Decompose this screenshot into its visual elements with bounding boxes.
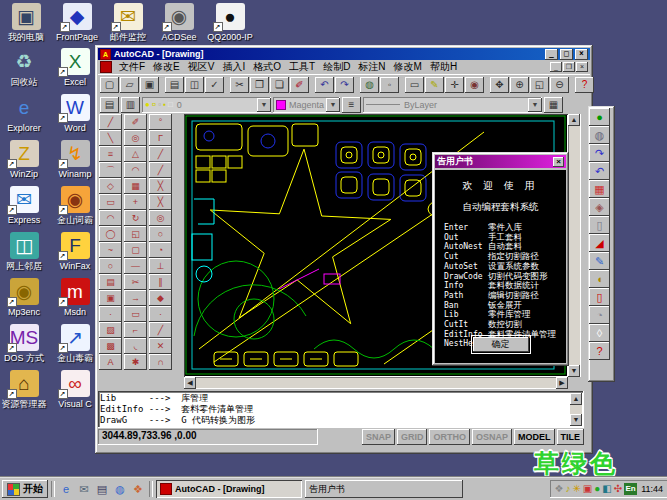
snap-from[interactable]: Γ [149,130,172,146]
maximize-button[interactable]: □ [560,49,573,60]
apparent-intersection[interactable]: ╳ [149,194,172,210]
acdsee[interactable]: ◉↗ ACDSee [155,3,203,42]
explorer-manager[interactable]: ⌂↗ 资源管理器 [0,370,48,409]
close-button[interactable]: × [575,49,588,60]
ellipse[interactable]: ○ [99,258,122,274]
show-desktop[interactable]: ▤ [94,481,110,497]
match-properties[interactable]: ✐ [290,77,309,93]
polyline[interactable]: ⌒ [99,162,122,178]
scale[interactable]: ◱ [124,226,147,242]
endpoint[interactable]: ╱ [149,146,172,162]
tool-dipper[interactable]: ◖ [589,270,610,288]
tool-help[interactable]: ? [589,342,610,360]
scanner[interactable]: ❖ [554,484,563,494]
none[interactable]: ✕ [149,338,172,354]
winfax[interactable]: F↗ WinFax [51,232,99,271]
tool-eraser[interactable]: ◢ [589,234,610,252]
parallel[interactable]: ∥ [149,274,172,290]
line[interactable]: ╱ [99,114,122,130]
layer-combo-arrow[interactable]: ▼ [257,98,271,112]
model[interactable]: MODEL [514,429,555,445]
tool-droplet[interactable]: ◊ [589,324,610,342]
internet-explorer[interactable]: e↗ Explorer [0,94,48,133]
offset[interactable]: ◠ [124,162,147,178]
lengthen[interactable]: — [124,258,147,274]
media[interactable]: ❖ [130,481,146,497]
node[interactable]: · [149,306,172,322]
insertion[interactable]: ◆ [149,290,172,306]
pen[interactable]: ✎ [425,77,444,93]
tracking[interactable]: ◦ [380,77,399,93]
title-bar[interactable]: A AutoCAD - [Drawing] _ □ × [98,48,590,60]
tool-door[interactable]: ▯ [589,216,610,234]
menu-item[interactable]: 工具T [285,60,319,74]
ortho[interactable]: ORTHO [429,429,470,445]
winamp[interactable]: ↯↗ Winamp [51,140,99,179]
ok-button[interactable]: 确定 [473,337,529,352]
break[interactable]: ▭ [124,306,147,322]
pinwheel[interactable]: ✣ [614,484,622,494]
center[interactable]: ◎ [149,210,172,226]
multiline[interactable]: ≡ [99,146,122,162]
undo[interactable]: ↶ [315,77,334,93]
move[interactable]: ✛ [445,77,464,93]
zoom-window[interactable]: ◱ [530,77,549,93]
command-scrollbar[interactable]: ▲ ▼ [570,393,582,426]
minimize-button[interactable]: _ [545,49,558,60]
tool-undo[interactable]: ↶ [589,162,610,180]
cut[interactable]: ✂ [230,77,249,93]
mdi-close-button[interactable]: × [576,62,588,72]
scheduler[interactable]: ◧ [602,484,611,494]
tool-spline-pen[interactable]: ✎ [589,252,610,270]
menu-item[interactable]: 标注N [354,60,389,74]
excel[interactable]: X↗ Excel [51,48,99,87]
net-green[interactable]: ● [594,484,600,494]
task-button-dialog[interactable]: 告用户书 [305,480,463,498]
spline[interactable]: ~ [99,242,122,258]
volume[interactable]: ♪ [565,484,570,494]
help[interactable]: ? [575,77,594,93]
scroll-up-icon[interactable]: ▲ [570,393,582,405]
open[interactable]: ▱ [120,77,139,93]
extend[interactable]: → [124,290,147,306]
circle[interactable]: ◯ [99,226,122,242]
copy-object[interactable]: ◎ [124,130,147,146]
snap[interactable]: SNAP [362,429,395,445]
qq2000-ip[interactable]: ●↗ QQ2000-IP [206,3,254,42]
make-block[interactable]: ▣ [99,290,122,306]
dialog-title-bar[interactable]: 告用户书 × [435,155,566,168]
menu-item[interactable]: 帮助H [426,60,461,74]
quadrant[interactable]: ○ [149,226,172,242]
zoom-previous[interactable]: ⊖ [550,77,569,93]
region[interactable]: ▩ [99,338,122,354]
scroll-down-icon[interactable]: ▼ [568,365,580,377]
tangent[interactable]: ◔ [149,242,172,258]
array[interactable]: ▦ [124,178,147,194]
word[interactable]: W↗ Word [51,94,99,133]
task-button-autocad[interactable]: AutoCAD - [Drawing] [156,480,302,498]
recycle-bin[interactable]: ♻↗ 回收站 [0,48,48,87]
layer-control-button[interactable]: ▥ [121,97,140,113]
channels[interactable]: ◍ [112,481,128,497]
menu-item[interactable]: 插入I [218,60,249,74]
new[interactable]: ▢ [100,77,119,93]
trim[interactable]: ✂ [124,274,147,290]
perpendicular[interactable]: ⊥ [149,258,172,274]
arc[interactable]: ◠ [99,210,122,226]
donut[interactable]: ◉ [465,77,484,93]
grid[interactable]: GRID [397,429,428,445]
distance[interactable]: ▭ [405,77,424,93]
layer-combo[interactable]: ●¤▫▪□ 0 ▼ [142,97,271,113]
linetype-combo-arrow[interactable]: ▼ [528,98,542,112]
color-combo-arrow[interactable]: ▼ [326,98,340,112]
tool-palette[interactable]: ▦ [589,180,610,198]
print[interactable]: ▤ [165,77,184,93]
antivirus-flower[interactable]: ✳ [572,484,580,494]
midpoint[interactable]: ╱ [149,162,172,178]
my-computer[interactable]: ▣↗ 我的电脑 [2,3,50,42]
spelling[interactable]: ✓ [205,77,224,93]
command-line-area[interactable]: Lib ---> 库管理EditInfo ---> 套料零件清单管理DrawG … [98,391,584,428]
canvas-vertical-scrollbar[interactable]: ▲ ▼ [568,114,581,377]
mdi-document-icon[interactable] [100,61,112,73]
stretch[interactable]: ▢ [124,242,147,258]
